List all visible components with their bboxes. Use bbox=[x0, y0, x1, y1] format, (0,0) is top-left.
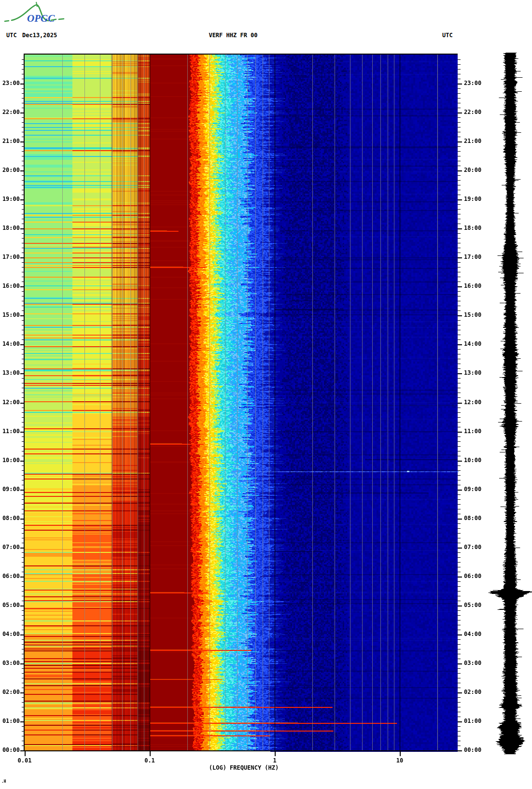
xtick-1: 1 bbox=[261, 757, 288, 764]
hour-label-left: 01:00 bbox=[0, 718, 20, 724]
hour-label-right: 20:00 bbox=[464, 167, 481, 173]
hour-label-right: 16:00 bbox=[464, 283, 481, 289]
hour-label-left: 14:00 bbox=[0, 341, 20, 347]
xtick-0p1: 0.1 bbox=[136, 757, 163, 764]
hour-label-left: 15:00 bbox=[0, 312, 20, 318]
hour-label-right: 00:00 bbox=[464, 747, 481, 753]
hour-label-left: 12:00 bbox=[0, 399, 20, 406]
hour-label-left: 13:00 bbox=[0, 370, 20, 376]
hour-label-left: 20:00 bbox=[0, 167, 20, 173]
hour-label-right: 17:00 bbox=[464, 254, 481, 260]
xtick-10: 10 bbox=[386, 757, 413, 764]
spectrogram-page: OPGC UTC Dec13,2025 VERF HHZ FR 00 UTC 2… bbox=[0, 0, 532, 789]
hour-label-right: 04:00 bbox=[464, 631, 481, 637]
hour-label-right: 15:00 bbox=[464, 312, 481, 318]
hour-label-left: 11:00 bbox=[0, 428, 20, 435]
hour-label-left: 06:00 bbox=[0, 573, 20, 579]
hour-label-left: 09:00 bbox=[0, 486, 20, 493]
hour-label-left: 05:00 bbox=[0, 602, 20, 608]
hour-label-right: 08:00 bbox=[464, 515, 481, 521]
hour-label-left: 23:00 bbox=[0, 80, 20, 86]
hour-label-left: 22:00 bbox=[0, 109, 20, 115]
hour-label-right: 14:00 bbox=[464, 341, 481, 347]
hour-label-right: 12:00 bbox=[464, 399, 481, 406]
hour-label-left: 02:00 bbox=[0, 689, 20, 695]
hour-label-right: 07:00 bbox=[464, 544, 481, 550]
hour-label-right: 11:00 bbox=[464, 428, 481, 435]
hour-label-left: 00:00 bbox=[0, 747, 20, 753]
hour-label-left: 07:00 bbox=[0, 544, 20, 550]
hour-label-left: 17:00 bbox=[0, 254, 20, 260]
hour-label-right: 05:00 bbox=[464, 602, 481, 608]
hour-label-right: 22:00 bbox=[464, 109, 481, 115]
hour-label-right: 01:00 bbox=[464, 718, 481, 724]
hour-label-right: 03:00 bbox=[464, 660, 481, 666]
hour-label-right: 06:00 bbox=[464, 573, 481, 579]
hour-label-right: 10:00 bbox=[464, 457, 481, 464]
hour-label-left: 08:00 bbox=[0, 515, 20, 521]
hour-label-left: 19:00 bbox=[0, 196, 20, 202]
hour-label-left: 04:00 bbox=[0, 631, 20, 637]
hour-label-left: 16:00 bbox=[0, 283, 20, 289]
hour-label-left: 18:00 bbox=[0, 225, 20, 231]
hour-label-right: 18:00 bbox=[464, 225, 481, 231]
hour-label-right: 23:00 bbox=[464, 80, 481, 86]
footer-mark: .H bbox=[1, 779, 6, 784]
hour-label-left: 03:00 bbox=[0, 660, 20, 666]
hour-label-right: 09:00 bbox=[464, 486, 481, 493]
hour-label-right: 13:00 bbox=[464, 370, 481, 376]
hour-label-right: 21:00 bbox=[464, 138, 481, 144]
hour-label-right: 02:00 bbox=[464, 689, 481, 695]
hour-label-left: 21:00 bbox=[0, 138, 20, 144]
x-axis-label: (LOG) FREQUENCY (HZ) bbox=[171, 764, 316, 771]
hour-label-left: 10:00 bbox=[0, 457, 20, 464]
spectrogram-canvas bbox=[0, 0, 532, 789]
xtick-0p01: 0.01 bbox=[11, 757, 38, 764]
hour-label-right: 19:00 bbox=[464, 196, 481, 202]
